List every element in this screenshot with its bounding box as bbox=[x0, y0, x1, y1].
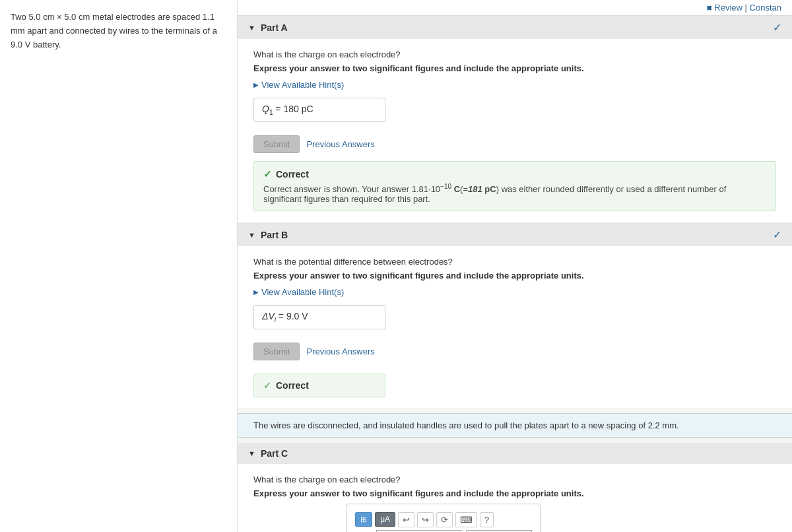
part-c-chevron: ▼ bbox=[248, 449, 255, 457]
part-c-input-area: ⊞ μA ↩ ↪ ⟳ bbox=[346, 504, 541, 532]
part-a-section: ▼ Part A ✓ What is the charge on each el… bbox=[238, 16, 792, 222]
part-b-body: What is the potential difference between… bbox=[238, 246, 792, 408]
toolbar-keyboard-button[interactable]: ⌨ bbox=[455, 512, 477, 527]
part-b-previous-answers-link[interactable]: Previous Answers bbox=[306, 347, 374, 356]
part-b-check: ✓ bbox=[773, 228, 781, 241]
part-a-correct-title: ✓ Correct bbox=[263, 168, 766, 180]
part-b-answer-row: ΔVi = 9.0 V bbox=[253, 305, 776, 336]
part-a-answer-row: Q1 = 180 pC bbox=[253, 98, 776, 129]
part-a-correct-description: Correct answer is shown. Your answer 1.8… bbox=[263, 183, 766, 204]
main-content: ■ Review | Constan ▼ Part A ✓ What is th… bbox=[238, 0, 792, 532]
page-layout: Two 5.0 cm × 5.0 cm metal electrodes are… bbox=[0, 0, 792, 532]
part-a-checkmark-icon: ✓ bbox=[263, 168, 272, 180]
part-a-answer-label: Q1 = bbox=[262, 104, 283, 114]
part-a-answer-value: 180 pC bbox=[283, 104, 313, 114]
part-c-question: What is the charge on each electrode? bbox=[253, 475, 776, 484]
constants-link[interactable]: Constan bbox=[750, 3, 781, 13]
toolbar-mu-button[interactable]: μA bbox=[375, 512, 395, 527]
part-b-section: ▼ Part B ✓ What is the potential differe… bbox=[238, 223, 792, 408]
top-bar: ■ Review | Constan bbox=[238, 0, 792, 16]
part-b-question: What is the potential difference between… bbox=[253, 257, 776, 267]
part-b-correct-title: Correct bbox=[276, 380, 309, 391]
part-a-check: ✓ bbox=[773, 21, 781, 34]
part-a-header[interactable]: ▼ Part A ✓ bbox=[238, 16, 792, 39]
part-b-hint-link[interactable]: View Available Hint(s) bbox=[253, 287, 344, 297]
toolbar-redo-button[interactable]: ↪ bbox=[417, 512, 434, 527]
info-banner: The wires are disconnected, and insulate… bbox=[238, 413, 792, 438]
part-b-answer-box: ΔVi = 9.0 V bbox=[253, 305, 385, 329]
review-icon: ■ bbox=[707, 3, 712, 13]
sidebar: Two 5.0 cm × 5.0 cm metal electrodes are… bbox=[0, 0, 238, 532]
part-b-answer-label: ΔVi = bbox=[262, 311, 286, 321]
part-a-question: What is the charge on each electrode? bbox=[253, 50, 776, 59]
problem-text: Two 5.0 cm × 5.0 cm metal electrodes are… bbox=[11, 11, 226, 51]
toolbar-help-button[interactable]: ? bbox=[480, 512, 494, 527]
part-a-hint-link[interactable]: View Available Hint(s) bbox=[253, 80, 344, 90]
part-a-instruction: Express your answer to two significant f… bbox=[253, 63, 776, 73]
part-a-label: Part A bbox=[261, 22, 288, 33]
part-b-header[interactable]: ▼ Part B ✓ bbox=[238, 223, 792, 246]
part-b-submit-button[interactable]: Submit bbox=[253, 343, 300, 360]
part-a-previous-answers-link[interactable]: Previous Answers bbox=[306, 139, 374, 149]
part-b-instruction: Express your answer to two significant f… bbox=[253, 271, 776, 281]
part-b-answer-value: 9.0 V bbox=[286, 311, 308, 321]
part-b-chevron: ▼ bbox=[248, 231, 255, 239]
part-b-label: Part B bbox=[261, 230, 288, 240]
part-a-correct-box: ✓ Correct Correct answer is shown. Your … bbox=[253, 161, 776, 211]
part-a-body: What is the charge on each electrode? Ex… bbox=[238, 39, 792, 222]
review-link[interactable]: ■ Review bbox=[707, 3, 745, 13]
part-c-toolbar: ⊞ μA ↩ ↪ ⟳ bbox=[355, 512, 532, 527]
part-c-label: Part C bbox=[261, 448, 288, 459]
part-c-header[interactable]: ▼ Part C bbox=[238, 443, 792, 464]
part-c-body: What is the charge on each electrode? Ex… bbox=[238, 464, 792, 532]
part-a-answer-box: Q1 = 180 pC bbox=[253, 98, 385, 122]
part-a-chevron: ▼ bbox=[248, 24, 255, 32]
toolbar-reset-button[interactable]: ⟳ bbox=[436, 512, 453, 527]
part-b-correct-box: ✓ Correct bbox=[253, 374, 385, 397]
toolbar-undo-button[interactable]: ↩ bbox=[398, 512, 414, 527]
toolbar-grid-button[interactable]: ⊞ bbox=[355, 512, 372, 527]
part-b-checkmark-icon: ✓ bbox=[263, 380, 272, 391]
part-a-submit-button[interactable]: Submit bbox=[253, 135, 300, 153]
part-c-section: ▼ Part C What is the charge on each elec… bbox=[238, 443, 792, 532]
part-c-instruction: Express your answer to two significant f… bbox=[253, 488, 776, 498]
